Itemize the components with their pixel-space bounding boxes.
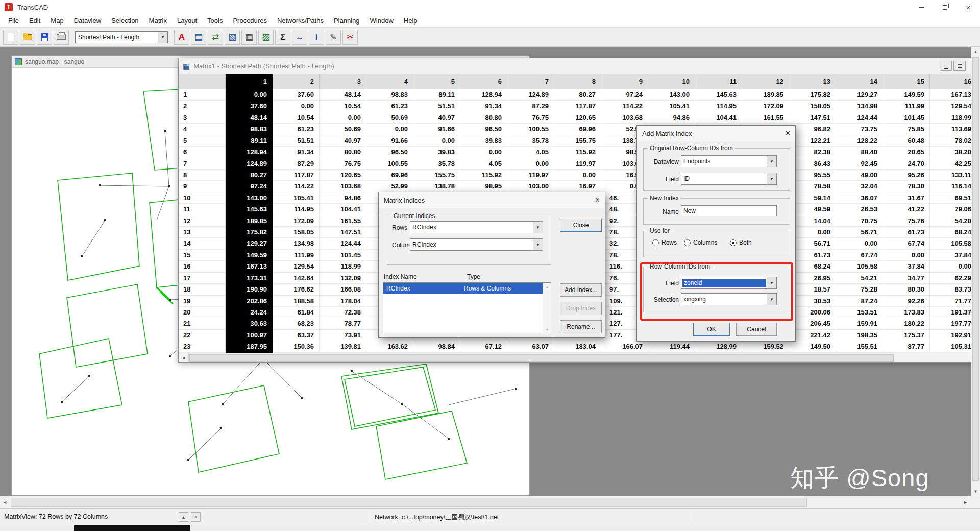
matrix-cell[interactable]: 180.22 (883, 318, 930, 329)
matrix-cell[interactable]: 52.99 (366, 181, 413, 192)
menu-help[interactable]: Help (399, 14, 423, 27)
workspace-vertical-scrollbar[interactable]: ▲ ▼ (971, 47, 980, 496)
matrix-cell[interactable]: 128.99 (695, 341, 742, 352)
matrix-cell[interactable]: 133.11 (930, 170, 977, 181)
matrix-cell[interactable]: 116.14 (930, 181, 977, 192)
matrix-row-header-4[interactable]: 4 (179, 124, 226, 135)
matrix-cell[interactable]: 30.63 (226, 318, 273, 329)
matrix-cell[interactable]: 26.95 (789, 273, 836, 284)
matrix-cell[interactable]: 132.09 (320, 273, 366, 284)
matrix-col-header-5[interactable]: 5 (413, 74, 460, 89)
matrix-row-header-13[interactable]: 13 (179, 227, 226, 238)
matrix-cell[interactable]: 14.04 (789, 215, 836, 227)
open-folder-button[interactable] (20, 30, 35, 45)
matrix-row-header-3[interactable]: 3 (179, 112, 226, 124)
matrix-cell[interactable]: 117.87 (554, 101, 601, 112)
matrix-cell[interactable]: 49.00 (836, 170, 883, 181)
matrix-cell[interactable]: 0.00 (460, 147, 507, 158)
matrix-cell[interactable]: 69.51 (930, 192, 977, 204)
matrix-cell[interactable]: 67.74 (836, 250, 883, 261)
matrix-cell[interactable]: 124.89 (507, 89, 554, 101)
matrix-cell[interactable]: 71.77 (930, 296, 977, 307)
matrix-cell[interactable]: 70.75 (836, 215, 883, 227)
matrix-cell[interactable]: 189.85 (742, 89, 789, 101)
matrix-cell[interactable]: 150.36 (273, 341, 320, 352)
status-toggle-button[interactable]: ▴ (179, 512, 188, 522)
matrix-cell[interactable]: 192.91 (930, 330, 977, 341)
matrix-cell[interactable]: 119.97 (554, 158, 601, 170)
matrix-cell[interactable]: 202.86 (226, 296, 273, 307)
matrix-cell[interactable]: 103.68 (601, 112, 648, 124)
matrix-cell[interactable]: 200.06 (789, 307, 836, 318)
matrix-cell[interactable]: 98.95 (460, 181, 507, 192)
matrix-cell[interactable]: 34.77 (883, 273, 930, 284)
matrix-row-header-10[interactable]: 10 (179, 192, 226, 204)
labels-button[interactable]: A (174, 30, 189, 45)
matrix-cell[interactable]: 159.52 (742, 341, 789, 352)
matrix-cell[interactable]: 68.23 (273, 318, 320, 329)
chevron-down-icon[interactable]: ▼ (767, 173, 776, 184)
matrix-cell[interactable]: 197.77 (930, 318, 977, 329)
matrix-cell[interactable]: 101.45 (320, 250, 366, 261)
menu-procedures[interactable]: Procedures (228, 14, 272, 27)
scrollbar-thumb[interactable] (189, 354, 894, 362)
matrix-cell[interactable]: 31.67 (883, 192, 930, 204)
matrix-corner-cell[interactable] (179, 74, 226, 89)
matrix-row-header-11[interactable]: 11 (179, 204, 226, 215)
matrix-cell[interactable]: 113.69 (930, 124, 977, 135)
matrix-col-header-9[interactable]: 9 (601, 74, 648, 89)
matrix-cell[interactable]: 0.00 (789, 227, 836, 238)
new-document-button[interactable] (3, 30, 18, 45)
matrix-cell[interactable]: 92.45 (836, 158, 883, 170)
matrix-cell[interactable]: 72.38 (320, 307, 366, 318)
add-index-button[interactable]: Add Index... (560, 283, 602, 297)
matrix-cell[interactable]: 149.59 (226, 250, 273, 261)
matrix-row-header-6[interactable]: 6 (179, 147, 226, 158)
matrix-cell[interactable]: 145.63 (695, 89, 742, 101)
matrix-cell[interactable]: 63.07 (507, 341, 554, 352)
dialog-titlebar[interactable]: Add Matrix Index × (637, 126, 795, 141)
new-index-name-input[interactable]: New (681, 205, 777, 216)
matrix-cell[interactable]: 40.97 (413, 112, 460, 124)
index-list-item[interactable]: RCIndexRows & Columns (383, 283, 551, 294)
rowcol-field-dropdown[interactable]: zoneid ▼ (681, 277, 777, 289)
matrix-cell[interactable]: 115.92 (554, 147, 601, 158)
matrix-cell[interactable]: 96.50 (460, 124, 507, 135)
matrix-cell[interactable]: 187.95 (226, 341, 273, 352)
matrix-cell[interactable]: 76.75 (507, 112, 554, 124)
matrix-cell[interactable]: 38.20 (930, 147, 977, 158)
menu-networks-paths[interactable]: Networks/Paths (272, 14, 329, 27)
matrix-cell[interactable]: 54.21 (836, 273, 883, 284)
matrix-cell[interactable]: 111.99 (273, 250, 320, 261)
matrix-cell[interactable]: 163.62 (366, 341, 413, 352)
matrix-cell[interactable]: 35.78 (507, 135, 554, 147)
matrix-col-header-16[interactable]: 16 (930, 74, 977, 89)
thematic-map-button[interactable]: ▨ (258, 30, 274, 45)
menu-planning[interactable]: Planning (329, 14, 365, 27)
matrix-cell[interactable]: 134.98 (836, 101, 883, 112)
matrix-cell[interactable]: 91.34 (460, 101, 507, 112)
matrix-cell[interactable]: 92.26 (883, 296, 930, 307)
shortest-path-button[interactable]: ↔ (292, 30, 307, 45)
matrix-cell[interactable]: 221.42 (789, 330, 836, 341)
app-titlebar[interactable]: TransCAD × (0, 0, 980, 14)
statistics-button[interactable]: Σ (275, 30, 290, 45)
matrix-cell[interactable]: 189.85 (226, 215, 273, 227)
matrix-cell[interactable]: 190.90 (226, 284, 273, 295)
matrix-cell[interactable]: 0.00 (273, 101, 320, 112)
matrix-cell[interactable]: 129.54 (930, 101, 977, 112)
matrix-cell[interactable]: 75.76 (883, 215, 930, 227)
chevron-down-icon[interactable]: ▼ (767, 294, 776, 305)
matrix-cell[interactable]: 149.50 (789, 341, 836, 352)
list-scrollbar[interactable]: ▲ ▼ (543, 283, 551, 333)
matrix-cell[interactable]: 118.99 (930, 112, 977, 124)
matrix-row-header-14[interactable]: 14 (179, 238, 226, 249)
matrix-cell[interactable]: 83.73 (930, 284, 977, 295)
matrix-cell[interactable]: 80.80 (460, 112, 507, 124)
matrix-cell[interactable]: 128.22 (836, 135, 883, 147)
matrix-cell[interactable]: 4.05 (460, 158, 507, 170)
close-dialog-button[interactable]: Close (560, 219, 602, 232)
matrix-cell[interactable]: 86.43 (789, 158, 836, 170)
matrix-cell[interactable]: 119.44 (648, 341, 695, 352)
matrix-cell[interactable]: 105.31 (930, 341, 977, 352)
